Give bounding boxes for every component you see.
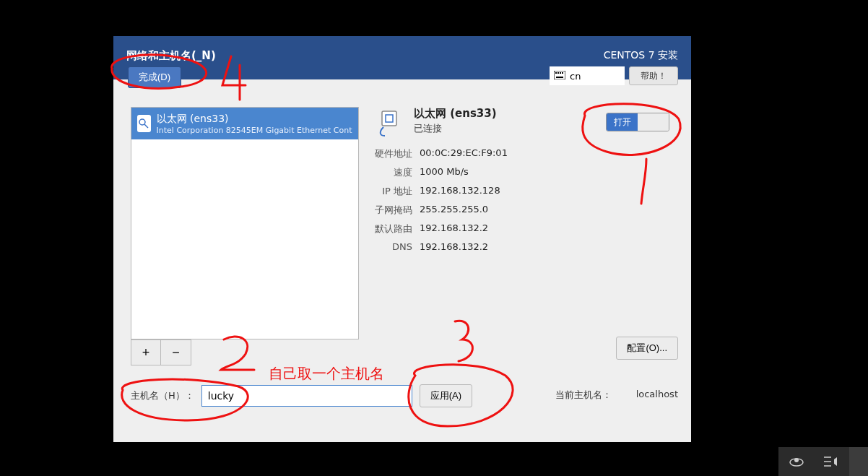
device-detail-status: 已连接 bbox=[414, 122, 497, 135]
tray-app-icon[interactable] bbox=[778, 447, 814, 476]
page-title: 网络和主机名(_N) bbox=[126, 49, 216, 63]
device-item-subtitle: Intel Corporation 82545EM Gigabit Ethern… bbox=[157, 126, 352, 135]
info-row-dns: DNS 192.168.132.2 bbox=[373, 241, 508, 252]
info-value: 00:0C:29:EC:F9:01 bbox=[420, 147, 508, 160]
help-button[interactable]: 帮助！ bbox=[629, 66, 678, 85]
info-row-hwaddr: 硬件地址 00:0C:29:EC:F9:01 bbox=[373, 147, 508, 160]
info-label: 硬件地址 bbox=[373, 147, 412, 160]
connection-toggle-knob bbox=[638, 113, 669, 131]
svg-line-7 bbox=[144, 124, 148, 128]
add-device-button[interactable]: + bbox=[131, 339, 161, 365]
ethernet-port-icon bbox=[373, 107, 405, 139]
keyboard-layout-selector[interactable]: cn bbox=[550, 66, 625, 85]
info-label: IP 地址 bbox=[373, 185, 412, 198]
installer-brand: CENTOS 7 安装 bbox=[604, 49, 678, 62]
svg-rect-3 bbox=[560, 72, 561, 74]
keyboard-layout-label: cn bbox=[570, 71, 581, 82]
hostname-input[interactable] bbox=[201, 385, 412, 407]
device-info-grid: 硬件地址 00:0C:29:EC:F9:01 速度 1000 Mb/s IP 地… bbox=[373, 147, 508, 258]
done-button[interactable]: 完成(D) bbox=[128, 66, 181, 88]
device-item-ens33[interactable]: 以太网 (ens33) Intel Corporation 82545EM Gi… bbox=[131, 108, 358, 139]
connection-toggle[interactable]: 打开 bbox=[606, 113, 669, 131]
info-label: 速度 bbox=[373, 166, 412, 179]
apply-hostname-button[interactable]: 应用(A) bbox=[420, 384, 472, 407]
info-row-netmask: 子网掩码 255.255.255.0 bbox=[373, 204, 508, 217]
remove-device-button[interactable]: − bbox=[161, 339, 191, 365]
current-hostname-value: localhost bbox=[636, 389, 678, 399]
info-value: 1000 Mb/s bbox=[420, 166, 469, 179]
hostname-label: 主机名（H）： bbox=[131, 389, 194, 402]
hostname-row: 主机名（H）： 应用(A) bbox=[131, 384, 472, 407]
info-row-speed: 速度 1000 Mb/s bbox=[373, 166, 508, 179]
info-label: DNS bbox=[373, 241, 412, 252]
current-hostname-label: 当前主机名： bbox=[555, 389, 612, 402]
info-value: 192.168.132.128 bbox=[420, 185, 500, 198]
configure-button[interactable]: 配置(O)... bbox=[616, 337, 678, 360]
info-value: 255.255.255.0 bbox=[420, 204, 488, 217]
installer-window: 网络和主机名(_N) CENTOS 7 安装 完成(D) cn 帮助！ 以太网 … bbox=[113, 36, 691, 442]
device-item-text: 以太网 (ens33) Intel Corporation 82545EM Gi… bbox=[157, 113, 352, 135]
network-device-list[interactable]: 以太网 (ens33) Intel Corporation 82545EM Gi… bbox=[131, 107, 359, 339]
svg-rect-1 bbox=[555, 72, 557, 74]
svg-rect-8 bbox=[382, 111, 396, 126]
device-list-controls: + − bbox=[131, 339, 191, 365]
info-label: 子网掩码 bbox=[373, 204, 412, 217]
svg-rect-5 bbox=[556, 77, 563, 78]
tray-volume-icon[interactable] bbox=[814, 447, 849, 476]
svg-rect-4 bbox=[562, 72, 563, 74]
svg-point-6 bbox=[139, 119, 145, 125]
info-row-gateway: 默认路由 192.168.132.2 bbox=[373, 222, 508, 235]
svg-rect-2 bbox=[557, 72, 559, 74]
svg-point-11 bbox=[794, 458, 799, 462]
taskbar bbox=[778, 447, 868, 476]
connection-toggle-on-label: 打开 bbox=[607, 113, 638, 131]
tray-show-desktop[interactable] bbox=[849, 447, 868, 476]
info-row-ip: IP 地址 192.168.132.128 bbox=[373, 185, 508, 198]
keyboard-icon bbox=[554, 71, 565, 82]
info-label: 默认路由 bbox=[373, 222, 412, 235]
info-value: 192.168.132.2 bbox=[420, 241, 488, 252]
ethernet-icon bbox=[137, 115, 151, 132]
device-item-title: 以太网 (ens33) bbox=[157, 113, 352, 126]
body-panel: 以太网 (ens33) Intel Corporation 82545EM Gi… bbox=[113, 100, 691, 442]
svg-rect-0 bbox=[554, 71, 565, 79]
info-value: 192.168.132.2 bbox=[420, 222, 488, 235]
header-bar: 网络和主机名(_N) CENTOS 7 安装 完成(D) cn 帮助！ bbox=[113, 36, 691, 79]
device-detail-title: 以太网 (ens33) bbox=[414, 107, 497, 121]
